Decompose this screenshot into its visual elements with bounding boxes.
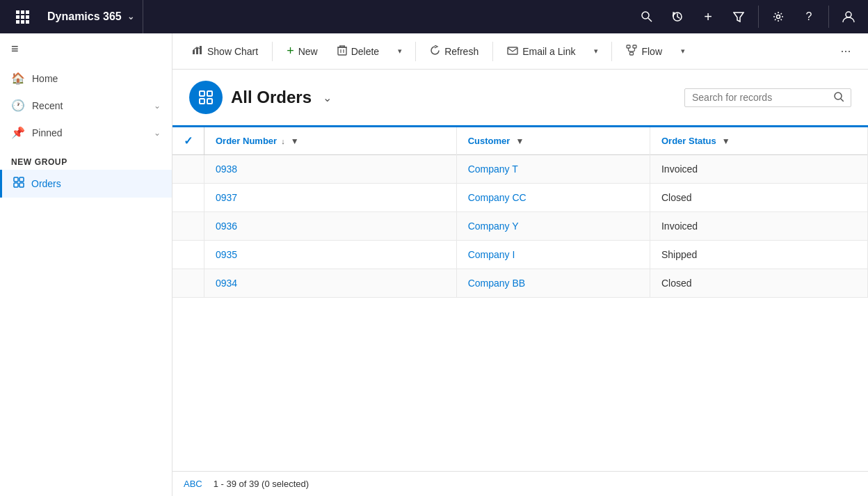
app-grid-icon[interactable] <box>6 0 39 33</box>
order-number-header[interactable]: Order Number ↓ ▼ <box>204 127 457 155</box>
recent-icon: 🕐 <box>11 99 25 112</box>
order-status-header[interactable]: Order Status ▼ <box>650 127 867 155</box>
sidebar-item-home[interactable]: 🏠 Home <box>0 65 172 92</box>
app-title: Dynamics 365 <box>47 10 122 23</box>
sidebar-item-recent[interactable]: 🕐 Recent ⌄ <box>0 92 172 119</box>
svg-point-9 <box>642 12 649 19</box>
order-number-cell-3[interactable]: 0935 <box>204 241 457 269</box>
svg-rect-30 <box>627 45 630 48</box>
order-status-filter[interactable]: ▼ <box>722 136 730 146</box>
order-number-cell-2[interactable]: 0936 <box>204 212 457 241</box>
flow-chevron[interactable]: ▾ <box>673 42 693 61</box>
svg-line-10 <box>648 18 652 22</box>
svg-rect-3 <box>16 15 19 19</box>
help-icon[interactable]: ? <box>795 3 823 31</box>
status-cell-2: Invoiced <box>650 212 867 241</box>
order-number-filter[interactable]: ▼ <box>291 136 299 146</box>
user-icon[interactable] <box>835 3 862 31</box>
sidebar: ≡ 🏠 Home 🕐 Recent ⌄ 📌 Pinned ⌄ New Group… <box>0 33 172 496</box>
delete-icon <box>337 45 347 58</box>
svg-rect-37 <box>207 91 212 96</box>
customer-header[interactable]: Customer ▼ <box>456 127 650 155</box>
customer-cell-4[interactable]: Company BB <box>456 269 650 298</box>
view-title-chevron[interactable]: ⌄ <box>323 91 332 104</box>
new-label: New <box>298 46 318 57</box>
order-number-cell-4[interactable]: 0934 <box>204 269 457 298</box>
svg-rect-21 <box>200 46 202 54</box>
search-input[interactable] <box>692 92 830 103</box>
orders-label: Orders <box>31 178 61 189</box>
delete-chevron[interactable]: ▾ <box>390 42 410 61</box>
app-brand[interactable]: Dynamics 365 ⌄ <box>39 0 143 33</box>
email-link-button[interactable]: Email a Link <box>499 41 584 61</box>
hamburger-menu[interactable]: ≡ <box>0 33 172 65</box>
table-row: 0935 Company I Shipped <box>172 241 868 269</box>
toolbar-divider-3 <box>492 42 493 61</box>
table-row: 0934 Company BB Closed <box>172 269 868 298</box>
toolbar-divider-1 <box>272 42 273 61</box>
view-header: All Orders ⌄ <box>172 70 868 125</box>
sidebar-group-label: New Group <box>0 146 172 170</box>
table-row: 0937 Company CC Closed <box>172 184 868 212</box>
sidebar-home-label: Home <box>32 73 58 84</box>
customer-cell-0[interactable]: Company T <box>456 155 650 184</box>
add-record-icon[interactable]: + <box>694 3 722 31</box>
pinned-chevron: ⌄ <box>154 128 161 138</box>
svg-rect-19 <box>193 50 195 54</box>
svg-rect-7 <box>21 20 24 24</box>
row-select-3[interactable] <box>172 241 204 269</box>
sidebar-recent-label: Recent <box>32 100 63 111</box>
email-link-icon <box>507 45 518 57</box>
search-icon[interactable] <box>834 92 844 104</box>
svg-rect-16 <box>19 177 24 182</box>
view-title: All Orders <box>231 88 312 107</box>
customer-cell-1[interactable]: Company CC <box>456 184 650 212</box>
sidebar-item-orders[interactable]: Orders <box>0 170 172 198</box>
brand-chevron: ⌄ <box>127 12 134 22</box>
svg-rect-36 <box>200 91 204 96</box>
show-chart-icon <box>192 45 203 57</box>
abc-pagination[interactable]: ABC <box>184 479 202 489</box>
flow-button[interactable]: Flow <box>618 40 670 62</box>
table-header-row: ✓ Order Number ↓ ▼ Customer <box>172 127 868 155</box>
row-select-2[interactable] <box>172 212 204 241</box>
more-options-button[interactable]: ··· <box>835 40 857 63</box>
show-chart-button[interactable]: Show Chart <box>184 41 266 61</box>
order-number-cell-1[interactable]: 0937 <box>204 184 457 212</box>
refresh-button[interactable]: Refresh <box>421 41 487 62</box>
row-select-0[interactable] <box>172 155 204 184</box>
sidebar-item-pinned[interactable]: 📌 Pinned ⌄ <box>0 119 172 146</box>
svg-line-41 <box>841 99 844 102</box>
svg-rect-15 <box>14 177 18 182</box>
customer-filter[interactable]: ▼ <box>515 136 524 146</box>
svg-rect-32 <box>630 52 634 55</box>
customer-cell-3[interactable]: Company I <box>456 241 650 269</box>
row-select-4[interactable] <box>172 269 204 298</box>
settings-icon[interactable] <box>764 3 792 31</box>
status-cell-0: Invoiced <box>650 155 867 184</box>
table-container: ✓ Order Number ↓ ▼ Customer <box>172 125 868 471</box>
search-icon[interactable] <box>633 3 661 31</box>
select-all-header[interactable]: ✓ <box>172 127 204 155</box>
order-number-cell-0[interactable]: 0938 <box>204 155 457 184</box>
toolbar-divider-2 <box>415 42 416 61</box>
svg-rect-0 <box>16 10 19 14</box>
svg-rect-22 <box>338 47 346 55</box>
refresh-label: Refresh <box>444 46 479 57</box>
svg-rect-2 <box>26 10 29 14</box>
filter-icon[interactable] <box>725 3 753 31</box>
pinned-icon: 📌 <box>11 126 25 139</box>
delete-button[interactable]: Delete <box>329 40 387 62</box>
flow-icon <box>626 45 637 58</box>
svg-rect-20 <box>196 48 198 54</box>
recent-chevron: ⌄ <box>154 101 161 111</box>
order-number-sort[interactable]: ↓ <box>281 137 285 145</box>
svg-marker-12 <box>734 13 744 22</box>
customer-cell-2[interactable]: Company Y <box>456 212 650 241</box>
recent-icon[interactable] <box>664 3 691 31</box>
row-select-1[interactable] <box>172 184 204 212</box>
email-chevron[interactable]: ▾ <box>586 42 606 61</box>
new-button[interactable]: + New <box>278 40 326 63</box>
svg-rect-18 <box>19 183 24 187</box>
pagination-info: 1 - 39 of 39 (0 selected) <box>214 479 309 489</box>
